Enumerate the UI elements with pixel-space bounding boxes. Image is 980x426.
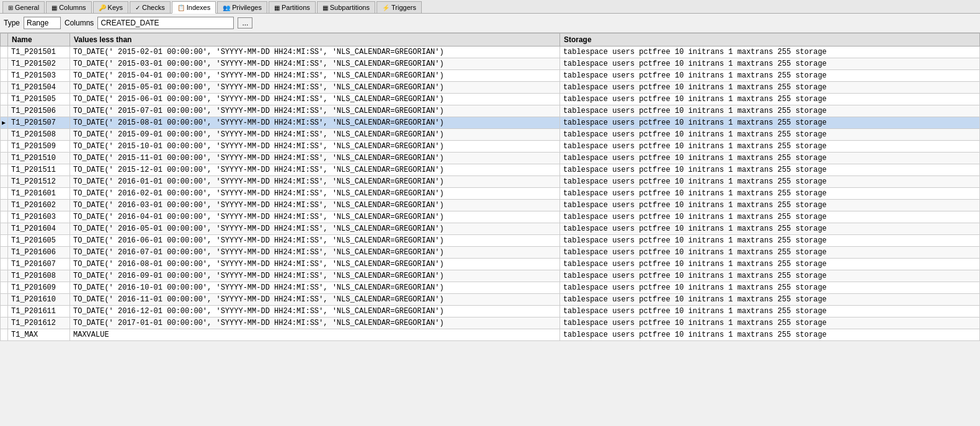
columns-tab-label: Columns (59, 4, 86, 11)
row-storage: tablespace users pctfree 10 initrans 1 m… (559, 105, 979, 117)
table-row[interactable]: T1_P201606TO_DATE(' 2016-07-01 00:00:00'… (1, 247, 980, 259)
table-row[interactable]: T1_P201502TO_DATE(' 2015-03-01 00:00:00'… (1, 58, 980, 70)
row-arrow (1, 282, 8, 294)
table-row[interactable]: T1_P201509TO_DATE(' 2015-10-01 00:00:00'… (1, 141, 980, 153)
row-arrow (1, 47, 8, 58)
row-values: TO_DATE(' 2015-05-01 00:00:00', 'SYYYY-M… (70, 82, 560, 94)
privileges-tab-label: Privileges (232, 4, 262, 11)
row-arrow (1, 94, 8, 105)
table-row[interactable]: T1_P201505TO_DATE(' 2015-06-01 00:00:00'… (1, 94, 980, 105)
row-values: TO_DATE(' 2016-03-01 00:00:00', 'SYYYY-M… (70, 200, 560, 211)
tab-checks[interactable]: ✓Checks (130, 1, 171, 13)
row-arrow (1, 247, 8, 259)
row-storage: tablespace users pctfree 10 initrans 1 m… (559, 294, 979, 306)
row-arrow (1, 176, 8, 188)
checks-tab-label: Checks (142, 4, 165, 11)
table-row[interactable]: T1_P201609TO_DATE(' 2016-10-01 00:00:00'… (1, 282, 980, 294)
row-storage: tablespace users pctfree 10 initrans 1 m… (559, 259, 979, 270)
table-row[interactable]: T1_P201512TO_DATE(' 2016-01-01 00:00:00'… (1, 176, 980, 188)
indexes-tab-icon: 📋 (177, 4, 185, 11)
row-storage: tablespace users pctfree 10 initrans 1 m… (559, 247, 979, 259)
table-row[interactable]: T1_P201501TO_DATE(' 2015-02-01 00:00:00'… (1, 47, 980, 58)
row-values: TO_DATE(' 2016-02-01 00:00:00', 'SYYYY-M… (70, 188, 560, 200)
row-storage: tablespace users pctfree 10 initrans 1 m… (559, 82, 979, 94)
columns-input[interactable] (97, 17, 234, 29)
row-values: TO_DATE(' 2015-07-01 00:00:00', 'SYYYY-M… (70, 105, 560, 117)
row-values: TO_DATE(' 2016-12-01 00:00:00', 'SYYYY-M… (70, 306, 560, 317)
row-name: T1_P201509 (8, 141, 70, 153)
tab-privileges[interactable]: 👥Privileges (217, 1, 267, 13)
table-row[interactable]: T1_P201612TO_DATE(' 2017-01-01 00:00:00'… (1, 317, 980, 329)
row-values: TO_DATE(' 2017-01-01 00:00:00', 'SYYYY-M… (70, 317, 560, 329)
triggers-tab-label: Triggers (391, 4, 416, 11)
table-row[interactable]: T1_P201611TO_DATE(' 2016-12-01 00:00:00'… (1, 306, 980, 317)
table-row[interactable]: ▶T1_P201507TO_DATE(' 2015-08-01 00:00:00… (1, 117, 980, 129)
row-arrow (1, 141, 8, 153)
row-arrow (1, 317, 8, 329)
table-row[interactable]: T1_P201610TO_DATE(' 2016-11-01 00:00:00'… (1, 294, 980, 306)
row-values: TO_DATE(' 2015-10-01 00:00:00', 'SYYYY-M… (70, 141, 560, 153)
triggers-tab-icon: ⚡ (382, 4, 390, 11)
table-row[interactable]: T1_P201604TO_DATE(' 2016-05-01 00:00:00'… (1, 223, 980, 235)
table-row[interactable]: T1_P201504TO_DATE(' 2015-05-01 00:00:00'… (1, 82, 980, 94)
table-row[interactable]: T1_P201506TO_DATE(' 2015-07-01 00:00:00'… (1, 105, 980, 117)
partitions-tab-icon: ▦ (274, 4, 280, 11)
row-arrow (1, 58, 8, 70)
row-arrow (1, 164, 8, 176)
table-row[interactable]: T1_MAXMAXVALUEtablespace users pctfree 1… (1, 329, 980, 341)
dots-button[interactable]: ... (238, 17, 252, 29)
row-name: T1_P201610 (8, 294, 70, 306)
row-values: TO_DATE(' 2016-09-01 00:00:00', 'SYYYY-M… (70, 270, 560, 282)
row-name: T1_P201612 (8, 317, 70, 329)
row-name: T1_P201604 (8, 223, 70, 235)
table-row[interactable]: T1_P201601TO_DATE(' 2016-02-01 00:00:00'… (1, 188, 980, 200)
privileges-tab-icon: 👥 (223, 4, 230, 11)
row-name: T1_P201609 (8, 282, 70, 294)
row-values: TO_DATE(' 2016-08-01 00:00:00', 'SYYYY-M… (70, 259, 560, 270)
keys-tab-icon: 🔑 (99, 4, 106, 11)
row-storage: tablespace users pctfree 10 initrans 1 m… (559, 47, 979, 58)
tab-subpartitions[interactable]: ▦Subpartitions (317, 1, 375, 13)
table-row[interactable]: T1_P201605TO_DATE(' 2016-06-01 00:00:00'… (1, 235, 980, 247)
tab-triggers[interactable]: ⚡Triggers (376, 1, 422, 13)
columns-label: Columns (65, 19, 94, 27)
table-row[interactable]: T1_P201510TO_DATE(' 2015-11-01 00:00:00'… (1, 153, 980, 164)
tab-columns[interactable]: ▦Columns (46, 1, 91, 13)
row-storage: tablespace users pctfree 10 initrans 1 m… (559, 188, 979, 200)
row-storage: tablespace users pctfree 10 initrans 1 m… (559, 94, 979, 105)
row-arrow (1, 259, 8, 270)
table-row[interactable]: T1_P201608TO_DATE(' 2016-09-01 00:00:00'… (1, 270, 980, 282)
table-row[interactable]: T1_P201511TO_DATE(' 2015-12-01 00:00:00'… (1, 164, 980, 176)
keys-tab-label: Keys (108, 4, 123, 11)
row-values: TO_DATE(' 2015-02-01 00:00:00', 'SYYYY-M… (70, 47, 560, 58)
row-name: T1_P201508 (8, 129, 70, 141)
row-storage: tablespace users pctfree 10 initrans 1 m… (559, 164, 979, 176)
tab-indexes[interactable]: 📋Indexes (172, 1, 216, 14)
table-row[interactable]: T1_P201607TO_DATE(' 2016-08-01 00:00:00'… (1, 259, 980, 270)
row-arrow (1, 200, 8, 211)
row-name: T1_P201502 (8, 58, 70, 70)
row-arrow (1, 306, 8, 317)
type-input[interactable] (24, 17, 61, 29)
row-arrow (1, 294, 8, 306)
tab-general[interactable]: ⊞General (2, 1, 45, 13)
subpartitions-tab-icon: ▦ (323, 4, 328, 11)
table-container: Name Values less than Storage T1_P201501… (0, 33, 980, 422)
table-row[interactable]: T1_P201508TO_DATE(' 2015-09-01 00:00:00'… (1, 129, 980, 141)
row-storage: tablespace users pctfree 10 initrans 1 m… (559, 223, 979, 235)
general-tab-label: General (15, 4, 39, 11)
row-name: T1_P201607 (8, 259, 70, 270)
row-values: TO_DATE(' 2015-08-01 00:00:00', 'SYYYY-M… (70, 117, 560, 129)
row-values: TO_DATE(' 2016-11-01 00:00:00', 'SYYYY-M… (70, 294, 560, 306)
table-row[interactable]: T1_P201602TO_DATE(' 2016-03-01 00:00:00'… (1, 200, 980, 211)
table-row[interactable]: T1_P201603TO_DATE(' 2016-04-01 00:00:00'… (1, 211, 980, 223)
tab-partitions[interactable]: ▦Partitions (269, 1, 316, 13)
table-row[interactable]: T1_P201503TO_DATE(' 2015-04-01 00:00:00'… (1, 70, 980, 82)
indexes-tab-label: Indexes (187, 4, 211, 11)
row-values: TO_DATE(' 2016-04-01 00:00:00', 'SYYYY-M… (70, 211, 560, 223)
tab-keys[interactable]: 🔑Keys (93, 1, 128, 13)
row-values: MAXVALUE (70, 329, 560, 341)
subpartitions-tab-label: Subpartitions (330, 4, 370, 11)
row-arrow (1, 82, 8, 94)
row-arrow (1, 211, 8, 223)
